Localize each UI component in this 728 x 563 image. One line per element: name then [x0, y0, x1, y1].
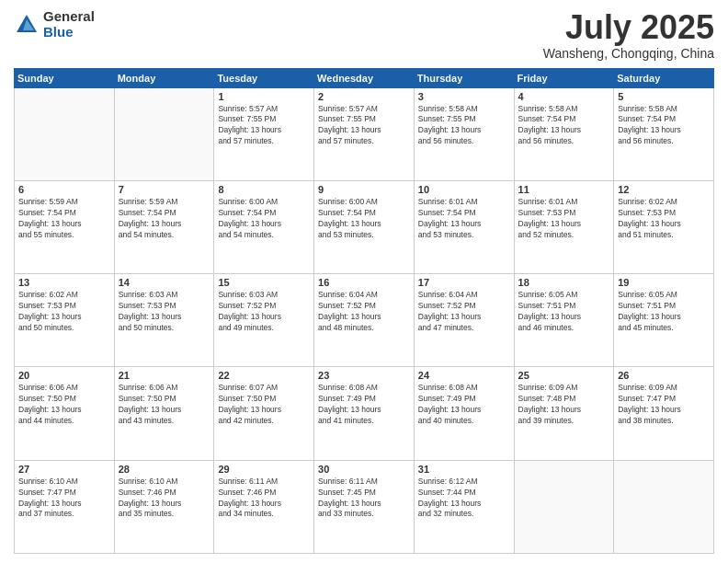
- day-info: Sunrise: 6:01 AM Sunset: 7:54 PM Dayligh…: [418, 197, 510, 241]
- day-cell: 4Sunrise: 5:58 AM Sunset: 7:54 PM Daylig…: [514, 87, 614, 180]
- day-cell: [15, 87, 115, 180]
- day-number: 30: [318, 464, 410, 475]
- header: General Blue July 2025 Wansheng, Chongqi…: [14, 9, 714, 61]
- day-cell: [114, 87, 214, 180]
- day-cell: 11Sunrise: 6:01 AM Sunset: 7:53 PM Dayli…: [514, 180, 614, 273]
- calendar: Sunday Monday Tuesday Wednesday Thursday…: [14, 68, 714, 554]
- col-monday: Monday: [114, 68, 214, 87]
- title-block: July 2025 Wansheng, Chongqing, China: [543, 9, 714, 61]
- day-info: Sunrise: 6:03 AM Sunset: 7:52 PM Dayligh…: [218, 290, 310, 334]
- day-number: 28: [119, 464, 210, 475]
- day-cell: 28Sunrise: 6:10 AM Sunset: 7:46 PM Dayli…: [114, 460, 214, 553]
- day-cell: 26Sunrise: 6:09 AM Sunset: 7:47 PM Dayli…: [614, 367, 714, 460]
- day-cell: 6Sunrise: 5:59 AM Sunset: 7:54 PM Daylig…: [15, 180, 115, 273]
- day-cell: [514, 460, 614, 553]
- day-number: 26: [618, 370, 710, 381]
- day-info: Sunrise: 6:05 AM Sunset: 7:51 PM Dayligh…: [618, 290, 710, 334]
- day-info: Sunrise: 6:11 AM Sunset: 7:46 PM Dayligh…: [218, 477, 310, 521]
- day-number: 12: [618, 184, 710, 195]
- day-info: Sunrise: 6:12 AM Sunset: 7:44 PM Dayligh…: [418, 477, 510, 521]
- day-cell: 13Sunrise: 6:02 AM Sunset: 7:53 PM Dayli…: [15, 274, 115, 367]
- day-cell: 1Sunrise: 5:57 AM Sunset: 7:55 PM Daylig…: [214, 87, 314, 180]
- day-cell: 17Sunrise: 6:04 AM Sunset: 7:52 PM Dayli…: [414, 274, 514, 367]
- day-cell: 20Sunrise: 6:06 AM Sunset: 7:50 PM Dayli…: [15, 367, 115, 460]
- day-cell: 2Sunrise: 5:57 AM Sunset: 7:55 PM Daylig…: [314, 87, 415, 180]
- day-info: Sunrise: 5:58 AM Sunset: 7:55 PM Dayligh…: [418, 104, 510, 148]
- day-number: 11: [518, 184, 610, 195]
- day-info: Sunrise: 6:10 AM Sunset: 7:46 PM Dayligh…: [119, 477, 210, 521]
- day-info: Sunrise: 6:03 AM Sunset: 7:53 PM Dayligh…: [119, 290, 210, 334]
- day-info: Sunrise: 5:58 AM Sunset: 7:54 PM Dayligh…: [518, 104, 610, 148]
- week-row-2: 6Sunrise: 5:59 AM Sunset: 7:54 PM Daylig…: [15, 180, 714, 273]
- day-number: 24: [418, 370, 510, 381]
- logo-blue: Blue: [43, 25, 95, 40]
- day-number: 4: [518, 91, 610, 102]
- day-info: Sunrise: 6:02 AM Sunset: 7:53 PM Dayligh…: [18, 290, 110, 334]
- day-number: 3: [418, 91, 510, 102]
- day-cell: 10Sunrise: 6:01 AM Sunset: 7:54 PM Dayli…: [414, 180, 514, 273]
- day-info: Sunrise: 5:57 AM Sunset: 7:55 PM Dayligh…: [318, 104, 410, 148]
- day-cell: 3Sunrise: 5:58 AM Sunset: 7:55 PM Daylig…: [414, 87, 514, 180]
- day-number: 27: [18, 464, 110, 475]
- day-number: 10: [418, 184, 510, 195]
- day-number: 25: [518, 370, 610, 381]
- day-cell: 18Sunrise: 6:05 AM Sunset: 7:51 PM Dayli…: [514, 274, 614, 367]
- header-row: Sunday Monday Tuesday Wednesday Thursday…: [15, 68, 714, 87]
- day-info: Sunrise: 6:11 AM Sunset: 7:45 PM Dayligh…: [318, 477, 410, 521]
- day-cell: 5Sunrise: 5:58 AM Sunset: 7:54 PM Daylig…: [614, 87, 714, 180]
- day-number: 18: [518, 277, 610, 288]
- day-cell: 9Sunrise: 6:00 AM Sunset: 7:54 PM Daylig…: [314, 180, 415, 273]
- day-number: 6: [18, 184, 110, 195]
- day-number: 23: [318, 370, 410, 381]
- day-info: Sunrise: 6:01 AM Sunset: 7:53 PM Dayligh…: [518, 197, 610, 241]
- col-thursday: Thursday: [414, 68, 514, 87]
- day-info: Sunrise: 6:09 AM Sunset: 7:47 PM Dayligh…: [618, 383, 710, 427]
- day-cell: 29Sunrise: 6:11 AM Sunset: 7:46 PM Dayli…: [214, 460, 314, 553]
- month-title: July 2025: [543, 9, 714, 46]
- day-cell: 12Sunrise: 6:02 AM Sunset: 7:53 PM Dayli…: [614, 180, 714, 273]
- day-number: 16: [318, 277, 410, 288]
- day-number: 5: [618, 91, 710, 102]
- day-cell: 19Sunrise: 6:05 AM Sunset: 7:51 PM Dayli…: [614, 274, 714, 367]
- day-cell: 27Sunrise: 6:10 AM Sunset: 7:47 PM Dayli…: [15, 460, 115, 553]
- day-number: 1: [218, 91, 310, 102]
- logo-text: General Blue: [43, 9, 95, 40]
- day-info: Sunrise: 6:08 AM Sunset: 7:49 PM Dayligh…: [318, 383, 410, 427]
- week-row-1: 1Sunrise: 5:57 AM Sunset: 7:55 PM Daylig…: [15, 87, 714, 180]
- day-number: 8: [218, 184, 310, 195]
- day-cell: 22Sunrise: 6:07 AM Sunset: 7:50 PM Dayli…: [214, 367, 314, 460]
- day-info: Sunrise: 6:06 AM Sunset: 7:50 PM Dayligh…: [18, 383, 110, 427]
- day-info: Sunrise: 5:59 AM Sunset: 7:54 PM Dayligh…: [18, 197, 110, 241]
- day-cell: 15Sunrise: 6:03 AM Sunset: 7:52 PM Dayli…: [214, 274, 314, 367]
- day-cell: 21Sunrise: 6:06 AM Sunset: 7:50 PM Dayli…: [114, 367, 214, 460]
- day-cell: 24Sunrise: 6:08 AM Sunset: 7:49 PM Dayli…: [414, 367, 514, 460]
- day-number: 21: [119, 370, 210, 381]
- col-saturday: Saturday: [614, 68, 714, 87]
- day-cell: 8Sunrise: 6:00 AM Sunset: 7:54 PM Daylig…: [214, 180, 314, 273]
- week-row-3: 13Sunrise: 6:02 AM Sunset: 7:53 PM Dayli…: [15, 274, 714, 367]
- week-row-4: 20Sunrise: 6:06 AM Sunset: 7:50 PM Dayli…: [15, 367, 714, 460]
- col-sunday: Sunday: [15, 68, 115, 87]
- location: Wansheng, Chongqing, China: [543, 46, 714, 61]
- col-friday: Friday: [514, 68, 614, 87]
- day-number: 20: [18, 370, 110, 381]
- day-info: Sunrise: 6:04 AM Sunset: 7:52 PM Dayligh…: [318, 290, 410, 334]
- col-wednesday: Wednesday: [314, 68, 415, 87]
- page: General Blue July 2025 Wansheng, Chongqi…: [0, 0, 728, 563]
- day-cell: [614, 460, 714, 553]
- day-cell: 16Sunrise: 6:04 AM Sunset: 7:52 PM Dayli…: [314, 274, 415, 367]
- day-info: Sunrise: 5:58 AM Sunset: 7:54 PM Dayligh…: [618, 104, 710, 148]
- day-number: 19: [618, 277, 710, 288]
- day-info: Sunrise: 6:09 AM Sunset: 7:48 PM Dayligh…: [518, 383, 610, 427]
- day-number: 14: [119, 277, 210, 288]
- day-info: Sunrise: 6:02 AM Sunset: 7:53 PM Dayligh…: [618, 197, 710, 241]
- day-number: 7: [119, 184, 210, 195]
- day-number: 9: [318, 184, 410, 195]
- logo: General Blue: [14, 9, 95, 40]
- day-info: Sunrise: 6:00 AM Sunset: 7:54 PM Dayligh…: [218, 197, 310, 241]
- day-number: 2: [318, 91, 410, 102]
- day-info: Sunrise: 5:57 AM Sunset: 7:55 PM Dayligh…: [218, 104, 310, 148]
- col-tuesday: Tuesday: [214, 68, 314, 87]
- day-cell: 30Sunrise: 6:11 AM Sunset: 7:45 PM Dayli…: [314, 460, 415, 553]
- day-cell: 7Sunrise: 5:59 AM Sunset: 7:54 PM Daylig…: [114, 180, 214, 273]
